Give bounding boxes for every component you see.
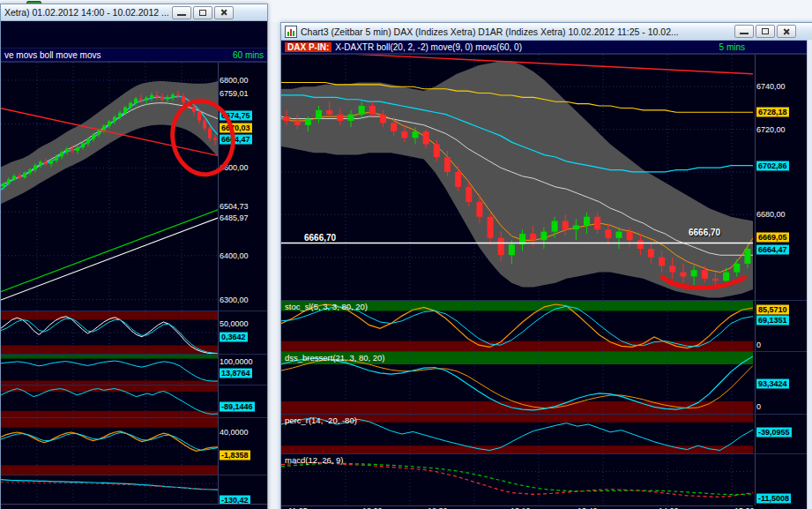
- close-button[interactable]: [777, 25, 796, 38]
- left-indicator-1-canvas[interactable]: [1, 311, 218, 354]
- scale-label: 0: [756, 402, 761, 412]
- scale-label: 6504,73: [220, 202, 249, 212]
- scale-label: 6664,47: [220, 135, 252, 145]
- right-chart-window: Chart3 (Zeitbar 5 min) DAX (Indizes Xetr…: [280, 22, 812, 509]
- maximize-button[interactable]: [193, 6, 212, 19]
- scale-label: 6800,00: [220, 76, 249, 86]
- left-indicator-4-scale: 40,0000-1,8358: [218, 418, 266, 475]
- left-indicator-5-canvas[interactable]: [1, 475, 218, 504]
- right-macd-canvas[interactable]: [281, 454, 753, 505]
- left-indicator-2-canvas[interactable]: [1, 355, 218, 385]
- macd-panel-title: macd(12, 26, 9): [285, 455, 344, 465]
- left-indicator-1-scale: 50,00000,3642: [218, 311, 266, 354]
- right-chart-legend: DAX P-IN: X-DAXTR boll(20, 2, -2) move(9…: [281, 41, 812, 54]
- perc-panel-title: perc_r(14, -20, -80): [285, 415, 357, 425]
- scale-label: 6674,75: [220, 111, 252, 121]
- left-chart-toolbar: [1, 21, 267, 49]
- left-indicator-2-scale: 100,000013,8764: [218, 355, 266, 385]
- close-icon: [778, 26, 795, 37]
- scale-label: -11,5008: [756, 494, 791, 504]
- left-legend-text: ve movs boll move movs: [4, 50, 101, 60]
- stoc-panel-title: stoc_sl(5, 3, 3, 80, 20): [285, 302, 368, 311]
- scale-label: 6669,05: [756, 233, 789, 243]
- right-stoc-panel: stoc_sl(5, 3, 3, 80, 20) 85,571069,13510: [281, 300, 812, 351]
- minimize-icon: [173, 7, 190, 19]
- left-indicator-3-canvas[interactable]: [1, 385, 218, 417]
- left-indicator-panel-2: 100,000013,8764: [1, 354, 267, 385]
- right-dss-panel: dss_bressert(21, 3, 80, 20) 93,34240: [281, 351, 812, 414]
- maximize-icon: [756, 26, 774, 37]
- left-indicator-3-scale: -89,1446: [218, 385, 266, 417]
- right-price-scale: 6740,006728,186720,006702,866680,006669,…: [755, 55, 807, 300]
- left-timeframe-label: 60 mins: [233, 50, 264, 60]
- right-window-title: Chart3 (Zeitbar 5 min) DAX (Indizes Xetr…: [301, 26, 679, 37]
- scale-label: 6680,00: [756, 210, 786, 220]
- left-window-buttons: [172, 6, 234, 19]
- scale-label: 6300,00: [220, 296, 249, 305]
- left-price-scale: 6800,006759,016674,756670,036664,476600,…: [218, 63, 266, 311]
- scale-label: 6664,47: [756, 245, 789, 255]
- left-indicator-4-canvas[interactable]: [1, 418, 218, 475]
- left-price-panel: 6800,006759,016674,756670,036664,476600,…: [1, 62, 267, 311]
- right-timeframe-label: 5 mins: [719, 42, 745, 52]
- scale-label: -89,1446: [220, 402, 255, 412]
- right-window-titlebar[interactable]: Chart3 (Zeitbar 5 min) DAX (Indizes Xetr…: [281, 23, 812, 41]
- left-time-axis: [1, 504, 267, 509]
- left-chart-legend: ve movs boll move movs 60 mins: [1, 49, 267, 62]
- price-line-label: 6666,70: [304, 233, 336, 243]
- right-price-chart-canvas[interactable]: [281, 55, 753, 300]
- scale-label: 6740,00: [756, 82, 786, 92]
- right-stoc-scale: 85,571069,13510: [755, 301, 807, 351]
- scale-label: 6670,03: [220, 124, 252, 133]
- scale-label: 93,3424: [756, 379, 789, 389]
- dss-panel-title: dss_bressert(21, 3, 80, 20): [285, 353, 385, 363]
- right-dss-scale: 93,34240: [755, 352, 807, 414]
- left-indicator-panel-3: -89,1446: [1, 385, 267, 417]
- left-window-title: Xetra) 01.02.2012 14:00 - 10.02.2012 ...: [4, 7, 168, 18]
- left-indicator-panel-4: 40,0000-1,8358: [1, 417, 267, 475]
- scale-label: 6485,97: [220, 213, 249, 223]
- scale-label: 0,3642: [220, 333, 248, 342]
- maximize-icon: [194, 7, 212, 19]
- scale-label: 40,0000: [220, 428, 249, 438]
- right-macd-scale: -11,5008: [755, 454, 807, 505]
- right-macd-panel: macd(12, 26, 9) -11,5008: [281, 453, 812, 505]
- price-line-label: 6666,70: [689, 228, 720, 237]
- scale-label: 6759,01: [220, 89, 249, 99]
- symbol-tag: DAX P-IN:: [285, 42, 332, 52]
- minimize-button[interactable]: [734, 25, 754, 38]
- scale-label: 0: [756, 341, 761, 350]
- close-icon: [215, 7, 233, 19]
- scale-label: 6720,00: [756, 125, 786, 135]
- window-cut-edge: [807, 40, 812, 509]
- maximize-button[interactable]: [756, 25, 775, 38]
- scale-label: 6600,00: [220, 163, 249, 173]
- scale-label: -39,0955: [756, 428, 792, 438]
- scale-label: 6702,86: [756, 161, 789, 171]
- minimize-button[interactable]: [172, 6, 191, 19]
- scale-label: 6728,18: [756, 108, 789, 117]
- scale-label: 100,0000: [220, 357, 253, 367]
- scale-label: 6400,00: [220, 251, 249, 261]
- scale-label: 50,0000: [220, 319, 249, 329]
- scale-label: 13,8764: [220, 369, 252, 378]
- left-price-chart-canvas[interactable]: [1, 63, 218, 311]
- window-chart-icon: [285, 26, 297, 38]
- scale-label: 85,5710: [756, 305, 789, 315]
- right-perc-scale: -39,0955: [755, 415, 807, 453]
- left-indicator-panel-1: 50,00000,3642: [1, 311, 267, 354]
- scale-label: -1,8358: [220, 451, 250, 460]
- left-window-titlebar[interactable]: Xetra) 01.02.2012 14:00 - 10.02.2012 ...: [1, 4, 267, 21]
- right-legend-text: X-DAXTR boll(20, 2, -2) move(9, 0) movs(…: [335, 42, 522, 52]
- close-button[interactable]: [214, 6, 234, 19]
- left-chart-window: Xetra) 01.02.2012 14:00 - 10.02.2012 ...…: [0, 4, 268, 509]
- right-perc-panel: perc_r(14, -20, -80) -39,0955: [281, 414, 812, 453]
- right-time-axis: 11:2512:0012:3013:1013:4014:2015:00: [281, 505, 753, 509]
- right-window-buttons: [734, 25, 796, 38]
- minimize-icon: [735, 26, 753, 37]
- scale-label: 69,1351: [756, 316, 789, 326]
- left-indicator-5-scale: -130,42: [218, 475, 266, 504]
- right-price-panel: 6740,006728,186720,006702,866680,006669,…: [281, 54, 812, 300]
- left-indicator-panel-5: -130,42: [1, 475, 267, 504]
